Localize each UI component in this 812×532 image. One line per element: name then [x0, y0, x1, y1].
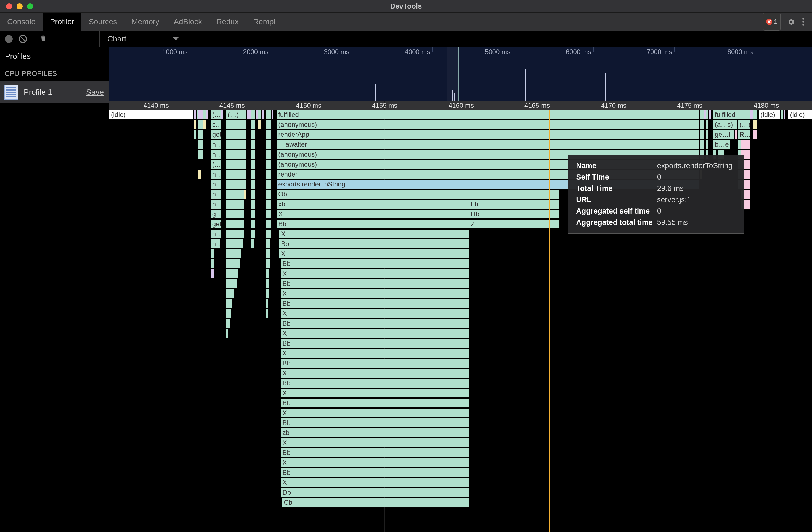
- view-mode-select[interactable]: Chart: [100, 34, 178, 43]
- flame-frame[interactable]: [266, 279, 270, 289]
- flame-frame[interactable]: [226, 289, 234, 298]
- flame-frame[interactable]: [247, 110, 251, 119]
- timeline-ruler[interactable]: 4140 ms4145 ms4150 ms4155 ms4160 ms4165 …: [109, 101, 812, 110]
- flame-frame[interactable]: X: [280, 408, 469, 418]
- flame-frame[interactable]: X: [279, 229, 469, 239]
- tab-profiler[interactable]: Profiler: [43, 13, 82, 31]
- flame-frame[interactable]: [699, 140, 704, 149]
- flame-frame[interactable]: c…: [210, 120, 221, 129]
- flame-frame[interactable]: [266, 299, 269, 308]
- flame-frame[interactable]: xb: [276, 199, 469, 209]
- flame-frame[interactable]: [699, 110, 704, 119]
- flame-frame[interactable]: [251, 209, 255, 219]
- flame-frame[interactable]: [226, 229, 244, 239]
- flame-frame[interactable]: [251, 239, 255, 249]
- flame-frame[interactable]: Lb: [469, 199, 559, 209]
- tab-redux[interactable]: Redux: [209, 13, 246, 31]
- flame-frame[interactable]: [251, 219, 255, 229]
- flame-frame[interactable]: [226, 239, 244, 249]
- flame-frame[interactable]: [738, 140, 741, 149]
- flame-frame[interactable]: (…: [210, 160, 221, 169]
- flame-chart[interactable]: Nameexports.renderToStringSelf Time0Tota…: [109, 110, 812, 532]
- flame-frame[interactable]: [753, 120, 757, 129]
- flame-frame[interactable]: [226, 219, 244, 229]
- flame-frame[interactable]: [226, 150, 247, 159]
- flame-frame[interactable]: (…): [226, 110, 247, 119]
- flame-frame[interactable]: Hb: [469, 209, 559, 219]
- flame-frame[interactable]: g…: [210, 209, 221, 219]
- flame-frame[interactable]: h…: [210, 229, 221, 239]
- flame-frame[interactable]: X: [280, 478, 469, 487]
- flame-frame[interactable]: h…: [210, 140, 221, 149]
- flame-frame[interactable]: [706, 140, 709, 149]
- flame-frame[interactable]: [266, 209, 271, 219]
- flame-frame[interactable]: [203, 110, 206, 119]
- flame-frame[interactable]: h…: [210, 239, 220, 249]
- flame-frame[interactable]: [251, 160, 255, 169]
- flame-frame[interactable]: (idle): [788, 110, 812, 119]
- tab-sources[interactable]: Sources: [82, 13, 124, 31]
- flame-frame[interactable]: ge…l: [713, 130, 735, 139]
- tab-memory[interactable]: Memory: [124, 13, 166, 31]
- flame-frame[interactable]: [753, 130, 757, 139]
- flame-frame[interactable]: X: [280, 329, 469, 338]
- flame-frame[interactable]: [226, 130, 247, 139]
- flame-frame[interactable]: [198, 120, 203, 129]
- flame-frame[interactable]: Bb: [280, 378, 469, 388]
- close-window-button[interactable]: [6, 3, 12, 10]
- flame-frame[interactable]: [198, 140, 203, 149]
- flame-frame[interactable]: [251, 140, 255, 149]
- flame-frame[interactable]: [226, 259, 240, 268]
- flame-frame[interactable]: [226, 160, 247, 169]
- flame-frame[interactable]: [266, 110, 271, 119]
- flame-frame[interactable]: X: [276, 209, 469, 219]
- flame-frame[interactable]: [266, 309, 269, 318]
- tab-console[interactable]: Console: [0, 13, 43, 31]
- flame-frame[interactable]: X: [280, 368, 469, 378]
- flame-frame[interactable]: Bb: [280, 398, 469, 408]
- flame-frame[interactable]: [226, 249, 241, 258]
- flame-frame[interactable]: [226, 209, 244, 219]
- flame-frame[interactable]: Bb: [280, 319, 469, 328]
- delete-icon[interactable]: [40, 34, 47, 44]
- record-icon[interactable]: [5, 35, 13, 43]
- flame-frame[interactable]: Ob: [276, 190, 559, 199]
- flame-frame[interactable]: [706, 120, 709, 129]
- flame-frame[interactable]: Bb: [280, 418, 469, 428]
- flame-frame[interactable]: [266, 219, 271, 229]
- flame-frame[interactable]: [266, 150, 271, 159]
- flame-frame[interactable]: [780, 110, 783, 119]
- flame-frame[interactable]: [258, 120, 262, 129]
- flame-frame[interactable]: X: [280, 438, 469, 447]
- flame-frame[interactable]: [226, 170, 247, 179]
- flame-frame[interactable]: Bb: [280, 448, 469, 458]
- flame-frame[interactable]: R…: [738, 130, 750, 139]
- flame-frame[interactable]: [251, 110, 255, 119]
- flame-frame[interactable]: [193, 110, 196, 119]
- flame-frame[interactable]: [753, 110, 757, 119]
- flame-frame[interactable]: [251, 150, 255, 159]
- flame-frame[interactable]: Cb: [282, 498, 469, 507]
- flame-frame[interactable]: [699, 120, 704, 129]
- timeline-overview[interactable]: 1000 ms2000 ms3000 ms4000 ms5000 ms6000 …: [109, 47, 812, 101]
- flame-frame[interactable]: [266, 120, 271, 129]
- flame-frame[interactable]: [251, 180, 255, 189]
- flame-frame[interactable]: [266, 289, 270, 298]
- flame-frame[interactable]: Bb: [279, 239, 469, 249]
- flame-frame[interactable]: [271, 110, 274, 119]
- flame-frame[interactable]: [198, 110, 203, 119]
- flame-frame[interactable]: X: [280, 388, 469, 398]
- flame-frame[interactable]: b…e: [713, 140, 730, 149]
- flame-frame[interactable]: [251, 120, 255, 129]
- zoom-window-button[interactable]: [27, 3, 33, 10]
- flame-frame[interactable]: (…: [210, 110, 221, 119]
- flame-frame[interactable]: [193, 130, 196, 139]
- flame-frame[interactable]: (a…s): [713, 120, 738, 129]
- flame-frame[interactable]: [741, 140, 750, 149]
- flame-frame[interactable]: [226, 309, 231, 318]
- flame-frame[interactable]: [266, 170, 271, 179]
- profile-list-item[interactable]: Profile 1 Save: [0, 81, 109, 103]
- flame-frame[interactable]: Bb: [280, 279, 469, 289]
- flame-frame[interactable]: [226, 120, 247, 129]
- flame-frame[interactable]: zb: [280, 428, 469, 437]
